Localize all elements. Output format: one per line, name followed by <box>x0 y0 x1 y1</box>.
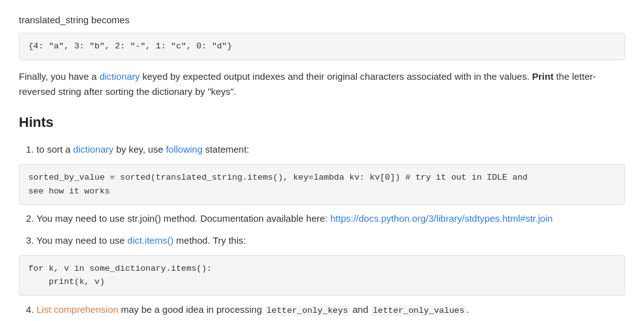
hints-list-3: List comprehension may be a good idea in… <box>19 302 625 318</box>
hint3-dict-items-link[interactable]: dict.items() <box>128 235 174 246</box>
hint1-following-link[interactable]: following <box>166 144 203 155</box>
translated-string-code-block: {4: "a", 3: "b", 2: "-", 1: "c", 0: "d"} <box>19 33 625 60</box>
hint3-text1: You may need to use <box>36 235 128 246</box>
hint1-text1: to sort a <box>36 144 73 155</box>
hint4-text3: and <box>350 304 370 315</box>
hint2-text1: You may need to use str.join() method. D… <box>36 213 330 224</box>
hint-item-3: You may need to use dict.items() method.… <box>36 233 625 249</box>
hint-item-2: You may need to use str.join() method. D… <box>36 211 625 227</box>
hint4-code2: letter_only_values <box>371 305 467 316</box>
hint4-text2: may be a good idea in processing <box>118 304 265 315</box>
translated-string-label: translated_string becomes <box>19 13 625 28</box>
prose-text-2: keyed by expected output indexes and the… <box>140 71 532 82</box>
hint4-text4: . <box>467 304 469 315</box>
hint1-text2: by key, use <box>114 144 166 155</box>
hint-item-1: to sort a dictionary by key, use followi… <box>36 142 625 158</box>
hints-heading: Hints <box>19 111 625 133</box>
hint4-list-comprehension-link[interactable]: List comprehension <box>36 304 118 315</box>
hint2-link[interactable]: https://docs.python.org/3/library/stdtyp… <box>330 213 553 224</box>
hints-list: to sort a dictionary by key, use followi… <box>19 142 625 158</box>
hint1-dictionary-link[interactable]: dictionary <box>73 144 113 155</box>
hints-list-2: You may need to use str.join() method. D… <box>19 211 625 249</box>
for-loop-code-block: for k, v in some_dictionary.items(): pri… <box>19 255 625 296</box>
print-text: Print <box>532 71 553 82</box>
dictionary-link[interactable]: dictionary <box>99 71 140 82</box>
hint-item-4: List comprehension may be a good idea in… <box>36 302 625 318</box>
hint1-text3: statement: <box>203 144 249 155</box>
hint4-code1: letter_only_keys <box>265 305 350 316</box>
sorted-by-value-code-block: sorted_by_value = sorted(translated_stri… <box>19 164 625 205</box>
prose-paragraph: Finally, you have a dictionary keyed by … <box>19 69 625 101</box>
prose-text-1: Finally, you have a <box>19 71 99 82</box>
hint3-text2: method. Try this: <box>174 235 246 246</box>
